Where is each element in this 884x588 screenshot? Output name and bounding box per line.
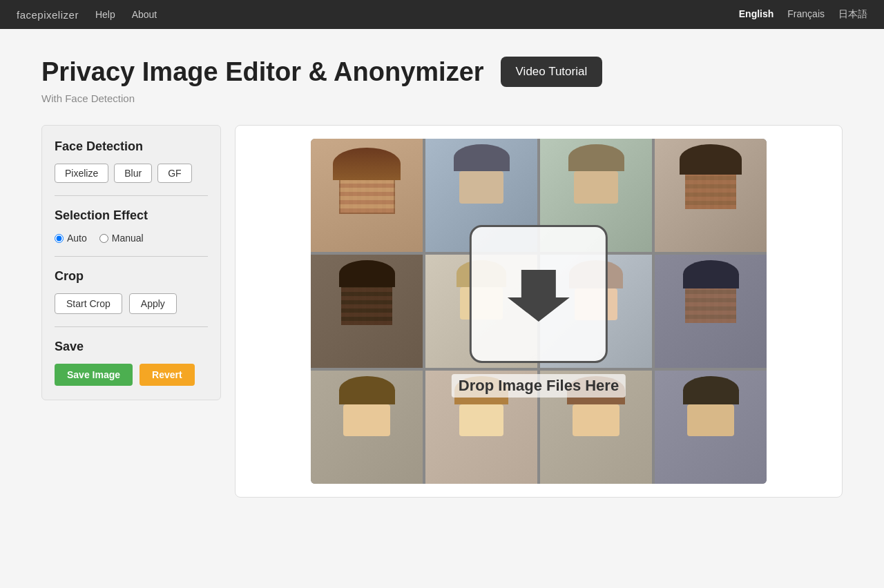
selection-radio-group: Auto Manual [55,233,208,244]
manual-radio-label[interactable]: Manual [99,233,144,244]
drop-box [470,225,608,363]
dropzone-container[interactable]: Drop Image Files Here [235,125,843,498]
main-content: Privacy Image Editor & Anonymizer Video … [0,29,884,525]
apply-crop-btn[interactable]: Apply [129,293,177,314]
revert-btn[interactable]: Revert [140,364,195,386]
crop-buttons-group: Start Crop Apply [55,293,208,314]
save-title: Save [55,340,208,354]
lang-english[interactable]: English [739,8,774,21]
start-crop-btn[interactable]: Start Crop [55,293,122,314]
crop-title: Crop [55,269,208,284]
face-cell-4 [655,139,767,252]
face-cell-9 [311,371,423,484]
divider-3 [55,326,208,327]
auto-label: Auto [67,233,87,244]
save-buttons-group: Save Image Revert [55,364,208,386]
save-image-btn[interactable]: Save Image [55,364,133,386]
page-header: Privacy Image Editor & Anonymizer Video … [41,57,843,87]
brand-logo: facepixelizer [17,9,79,21]
face-detection-title: Face Detection [55,139,208,154]
auto-radio[interactable] [55,234,64,243]
divider-2 [55,256,208,257]
face-cell-1 [311,139,423,252]
lang-french[interactable]: Français [787,8,825,21]
divider-1 [55,195,208,196]
face-cell-5 [311,255,423,368]
editor-layout: Face Detection Pixelize Blur GF Selectio… [41,125,843,498]
drop-arrow-icon [508,263,570,325]
selection-effect-title: Selection Effect [55,208,208,223]
svg-marker-0 [508,270,570,322]
sidebar-panel: Face Detection Pixelize Blur GF Selectio… [41,125,221,400]
about-link[interactable]: About [132,9,157,20]
drop-zone-text: Drop Image Files Here [452,374,626,398]
manual-radio[interactable] [99,234,108,243]
page-title: Privacy Image Editor & Anonymizer [41,57,484,87]
nav-language-switcher: English Français 日本語 [739,8,867,21]
navbar: facepixelizer Help About English Françai… [0,0,884,29]
face-cell-12 [655,371,767,484]
gf-btn[interactable]: GF [157,164,191,183]
video-tutorial-button[interactable]: Video Tutorial [501,57,603,87]
effect-buttons-group: Pixelize Blur GF [55,164,208,183]
nav-left: facepixelizer Help About [17,9,157,21]
drop-overlay[interactable]: Drop Image Files Here [452,225,626,398]
manual-label: Manual [112,233,144,244]
help-link[interactable]: Help [95,9,115,20]
blur-btn[interactable]: Blur [114,164,152,183]
face-cell-8 [655,255,767,368]
page-subtitle: With Face Detection [41,92,843,104]
dropzone[interactable]: Drop Image Files Here [311,139,767,484]
auto-radio-label[interactable]: Auto [55,233,87,244]
pixelize-btn[interactable]: Pixelize [55,164,108,183]
lang-japanese[interactable]: 日本語 [838,8,867,21]
